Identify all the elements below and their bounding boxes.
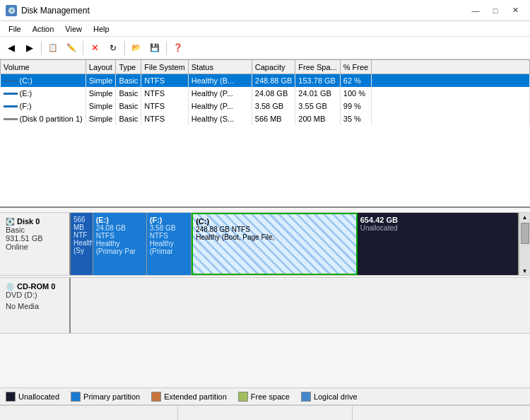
cell-volume: (Disk 0 partition 1) <box>1 112 86 125</box>
partition-name-3: (C:) <box>196 217 353 226</box>
partition-size-2: 3.58 GB NTFS <box>150 224 188 240</box>
disk0-row: 💽 Disk 0 Basic 931.51 GB Online 566 MB N… <box>0 212 530 276</box>
status-section-1 <box>3 406 178 420</box>
cell-type: Basic <box>116 87 141 100</box>
cell-type: Basic <box>116 112 141 125</box>
minimize-button[interactable]: — <box>466 4 485 18</box>
col-volume[interactable]: Volume <box>1 60 86 74</box>
cdrom0-type: DVD (D:) <box>6 291 64 299</box>
legend-free-label: Free space <box>251 392 290 401</box>
partition-0[interactable]: 566 MB NTFHealthy (Sy <box>71 213 93 275</box>
col-status[interactable]: Status <box>188 60 252 74</box>
cell-pct_free: 100 % <box>340 87 371 100</box>
col-layout[interactable]: Layout <box>86 60 116 74</box>
toolbar-properties[interactable]: 📋 <box>45 40 61 57</box>
disk-area: 💽 Disk 0 Basic 931.51 GB Online 566 MB N… <box>0 208 530 387</box>
partition-2[interactable]: (F:)3.58 GB NTFSHealthy (Primar <box>147 213 192 275</box>
cdrom0-label: 💿 CD-ROM 0 DVD (D:) No Media <box>0 278 71 333</box>
legend-primary: Primary partition <box>71 392 140 402</box>
cdrom0-status: No Media <box>6 302 64 310</box>
toolbar-back[interactable]: ◀ <box>3 40 20 57</box>
app-icon: 💿 <box>6 5 17 16</box>
disk0-size: 931.51 GB <box>6 234 64 243</box>
cell-layout: Simple <box>86 74 116 87</box>
scroll-thumb[interactable] <box>521 223 529 244</box>
toolbar-help[interactable]: ❓ <box>170 40 187 57</box>
legend-extended-box <box>151 392 161 402</box>
partition-1[interactable]: (E:)24.08 GB NTFSHealthy (Primary Par <box>93 213 147 275</box>
menu-file[interactable]: File <box>3 21 27 36</box>
cell-type: Basic <box>116 74 141 87</box>
cell-free_space: 3.55 GB <box>295 100 340 112</box>
cell-free_space: 24.01 GB <box>295 87 340 100</box>
cell-volume: (E:) <box>1 87 86 100</box>
legend-free-box <box>238 392 248 402</box>
scroll-down[interactable]: ▼ <box>519 267 530 275</box>
cell-type: Basic <box>116 100 141 112</box>
partition-4[interactable]: 654.42 GBUnallocated <box>358 213 519 275</box>
toolbar-sep3 <box>124 41 125 55</box>
col-capacity[interactable]: Capacity <box>252 60 295 74</box>
toolbar-save[interactable]: 💾 <box>146 40 163 57</box>
legend-free: Free space <box>238 392 290 402</box>
toolbar-forward[interactable]: ▶ <box>21 40 38 57</box>
window-title: Disk Management <box>21 6 90 16</box>
menu-action[interactable]: Action <box>27 21 60 36</box>
col-extra <box>372 60 530 74</box>
legend-unallocated: Unallocated <box>6 392 59 402</box>
disk0-name: Disk 0 <box>17 217 40 226</box>
toolbar-sep2 <box>83 41 83 55</box>
legend-logical-label: Logical drive <box>314 392 358 401</box>
disk0-label: 💽 Disk 0 Basic 931.51 GB Online <box>0 213 71 275</box>
cell-free_space: 153.78 GB <box>295 74 340 87</box>
menu-bar: File Action View Help <box>0 21 530 37</box>
cell-capacity: 3.58 GB <box>252 100 295 112</box>
toolbar-help2[interactable]: ✏️ <box>63 40 80 57</box>
cell-free_space: 200 MB <box>295 112 340 125</box>
table-row[interactable]: (E:)SimpleBasicNTFSHealthy (P...24.08 GB… <box>1 87 530 100</box>
col-pctfree[interactable]: % Free <box>340 60 371 74</box>
main-content: Volume Layout Type File System Status Ca… <box>0 59 530 420</box>
legend-unalloc-box <box>6 392 16 402</box>
cell-filesystem: NTFS <box>141 74 188 87</box>
scroll-up[interactable]: ▲ <box>519 213 530 221</box>
legend-primary-label: Primary partition <box>83 392 140 401</box>
toolbar-sep4 <box>166 41 167 55</box>
toolbar-open[interactable]: 📂 <box>128 40 145 57</box>
cdrom0-icon: 💿 CD-ROM 0 <box>6 282 64 291</box>
partition-size-1: 24.08 GB NTFS <box>96 224 143 240</box>
cell-layout: Simple <box>86 100 116 112</box>
col-freespace[interactable]: Free Spa... <box>295 60 340 74</box>
cell-filesystem: NTFS <box>141 87 188 100</box>
legend: Unallocated Primary partition Extended p… <box>0 387 530 404</box>
legend-logical: Logical drive <box>301 392 358 402</box>
partition-3[interactable]: (C:)248.88 GB NTFSHealthy (Boot, Page Fi… <box>192 213 358 275</box>
window-controls: — □ ✕ <box>466 4 524 18</box>
cell-volume: (C:) <box>1 74 86 87</box>
toolbar: ◀ ▶ 📋 ✏️ ✕ ↻ 📂 💾 ❓ <box>0 37 530 59</box>
col-filesystem[interactable]: File System <box>141 60 188 74</box>
cell-volume: (F:) <box>1 100 86 112</box>
close-button[interactable]: ✕ <box>506 4 524 18</box>
table-row[interactable]: (C:)SimpleBasicNTFSHealthy (B...248.88 G… <box>1 74 530 87</box>
legend-extended: Extended partition <box>151 392 227 402</box>
cdrom0-content <box>71 278 530 333</box>
volumes-table-area: Volume Layout Type File System Status Ca… <box>0 59 530 208</box>
menu-help[interactable]: Help <box>88 21 115 36</box>
table-row[interactable]: (Disk 0 partition 1)SimpleBasicNTFSHealt… <box>1 112 530 125</box>
disk0-icon: 💽 Disk 0 <box>6 217 64 226</box>
legend-primary-box <box>71 392 81 402</box>
partition-status-0: Healthy (Sy <box>73 239 90 255</box>
cell-filesystem: NTFS <box>141 112 188 125</box>
legend-unalloc-label: Unallocated <box>18 392 59 401</box>
menu-view[interactable]: View <box>59 21 88 36</box>
toolbar-refresh[interactable]: ↻ <box>105 40 122 57</box>
table-row[interactable]: (F:)SimpleBasicNTFSHealthy (P...3.58 GB3… <box>1 100 530 112</box>
toolbar-stop[interactable]: ✕ <box>86 40 103 57</box>
legend-extended-label: Extended partition <box>164 392 227 401</box>
cell-filesystem: NTFS <box>141 100 188 112</box>
maximize-button[interactable]: □ <box>486 4 505 18</box>
title-bar: 💿 Disk Management — □ ✕ <box>0 0 530 21</box>
col-type[interactable]: Type <box>116 60 141 74</box>
disk-scrollbar[interactable]: ▲ ▼ <box>519 213 530 275</box>
